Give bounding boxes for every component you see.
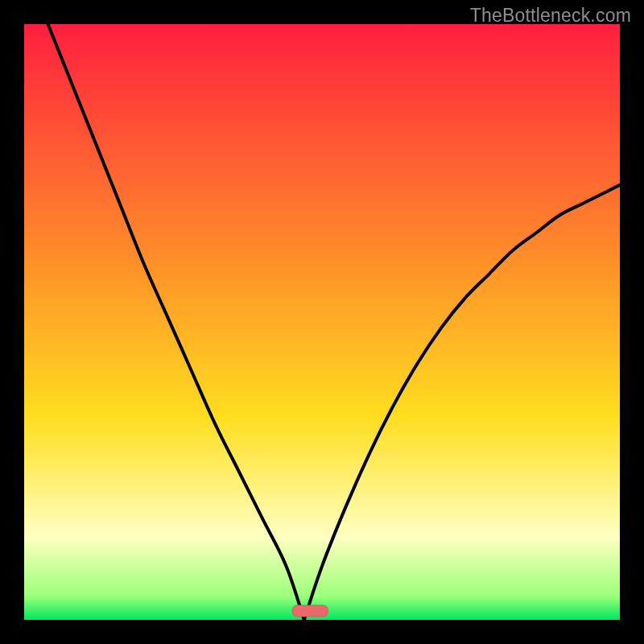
chart-frame: TheBottleneck.com	[0, 0, 644, 644]
watermark-text: TheBottleneck.com	[470, 5, 631, 27]
plot-area	[24, 24, 620, 620]
minimum-marker	[292, 605, 328, 617]
chart-svg	[24, 24, 620, 620]
gradient-background	[24, 24, 620, 620]
